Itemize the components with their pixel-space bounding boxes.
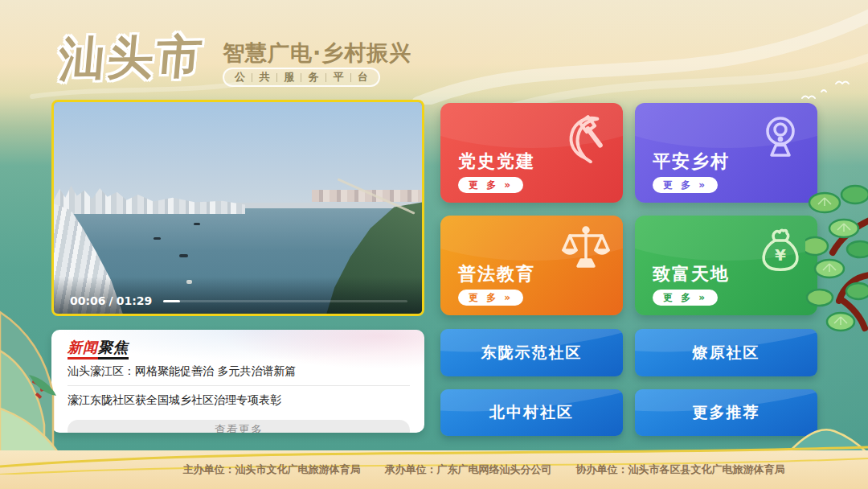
justice-scales-icon (560, 224, 612, 276)
video-time-separator: / (109, 294, 113, 307)
footer: 主办单位：汕头市文化广电旅游体育局 承办单位：广东广电网络汕头分公司 协办单位：… (0, 450, 868, 489)
button-label: 东陇示范社区 (481, 343, 583, 364)
tile-safe-village[interactable]: 平安乡村 更 多 » (635, 103, 817, 203)
tile-label: 党史党建 (458, 150, 535, 174)
platform-char: 服 (284, 70, 294, 84)
button-beizhong-community[interactable]: 北中村社区 (440, 389, 623, 436)
footer-credits: 主办单位：汕头市文化广电旅游体育局 承办单位：广东广电网络汕头分公司 协办单位：… (183, 462, 785, 477)
boat (194, 223, 200, 225)
tile-wealth-world[interactable]: ¥ 致富天地 更 多 » (635, 216, 817, 315)
news-item[interactable]: 汕头濠江区：网格聚能促善治 多元共治谱新篇 (68, 357, 410, 385)
surveillance-camera-icon (755, 112, 806, 163)
svg-text:¥: ¥ (775, 245, 786, 265)
tile-label: 致富天地 (653, 262, 730, 286)
video-progress-fill (163, 300, 179, 302)
news-panel: 新闻聚焦 汕头濠江区：网格聚能促善治 多元共治谱新篇 濠江东陇社区获全国城乡社区… (51, 330, 424, 433)
tile-party-history[interactable]: 党史党建 更 多 » (440, 103, 623, 203)
boat (179, 254, 188, 257)
tile-more-button[interactable]: 更 多 » (458, 177, 523, 193)
video-control-bar: 00:06 / 01:29 (54, 277, 422, 314)
platform-badge: 公 共 服 务 平 台 (223, 68, 380, 87)
tile-more-button[interactable]: 更 多 » (458, 290, 523, 306)
party-emblem-icon (560, 112, 612, 163)
boat (154, 237, 161, 240)
tile-label: 平安乡村 (653, 150, 730, 174)
video-progress-bar[interactable] (163, 300, 407, 302)
city-title: 汕头市 (56, 26, 207, 90)
video-player[interactable]: 00:06 / 01:29 (51, 100, 424, 316)
video-duration: 01:29 (117, 294, 153, 307)
button-label: 北中村社区 (489, 402, 574, 423)
button-more-recommendations[interactable]: 更多推荐 (635, 389, 817, 436)
tile-legal-education[interactable]: 普法教育 更 多 » (440, 216, 623, 315)
news-more-button[interactable]: 查看更多 (68, 420, 410, 433)
tv-home-screen: 汕头市 智慧广电·乡村振兴 公 共 服 务 平 台 00:06 / 01:29 (0, 0, 868, 489)
button-liaoyuan-community[interactable]: 燎原社区 (635, 329, 817, 376)
footer-host: 主办单位：汕头市文化广电旅游体育局 (183, 462, 361, 477)
video-current-time: 00:06 (70, 294, 106, 307)
birds-icon (800, 77, 857, 105)
news-section-title: 新闻聚焦 (68, 338, 129, 357)
page-title: 智慧广电·乡村振兴 (223, 39, 411, 68)
tile-more-button[interactable]: 更 多 » (653, 290, 718, 306)
footer-co-organizer: 协办单位：汕头市各区县文化广电旅游体育局 (576, 462, 785, 477)
platform-char: 台 (358, 70, 368, 84)
button-label: 更多推荐 (693, 402, 760, 423)
tile-label: 普法教育 (458, 262, 535, 286)
footer-organizer: 承办单位：广东广电网络汕头分公司 (385, 462, 552, 477)
button-donglong-community[interactable]: 东陇示范社区 (440, 329, 623, 376)
tile-more-button[interactable]: 更 多 » (653, 177, 718, 193)
platform-char: 公 (235, 70, 245, 84)
button-label: 燎原社区 (693, 343, 760, 364)
news-item[interactable]: 濠江东陇社区获全国城乡社区治理专项表彰 (68, 386, 410, 414)
platform-char: 共 (260, 70, 270, 84)
platform-char: 平 (333, 70, 343, 84)
money-bag-icon: ¥ (755, 224, 806, 276)
platform-char: 务 (309, 70, 319, 84)
